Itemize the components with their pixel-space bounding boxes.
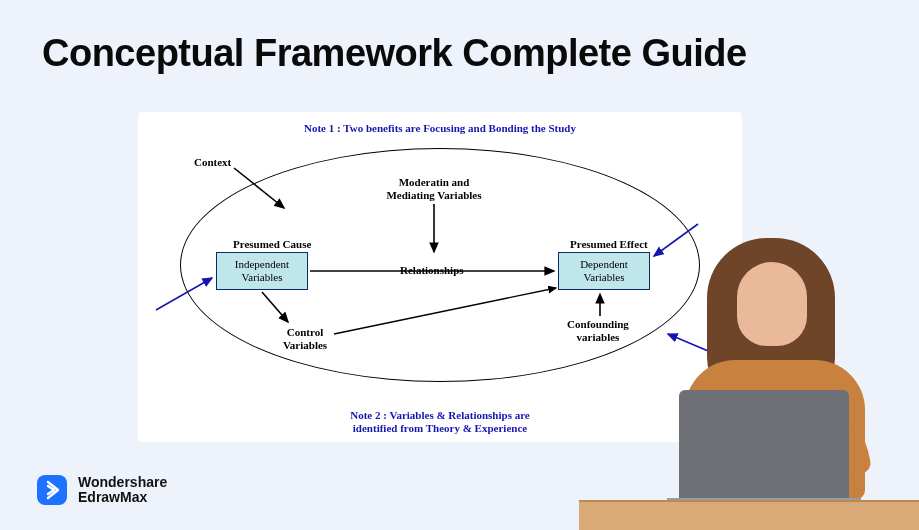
svg-line-0 xyxy=(234,168,284,208)
brand-line1: Wondershare xyxy=(78,475,167,490)
brand-line2: EdrawMax xyxy=(78,490,167,505)
svg-line-3 xyxy=(262,292,288,322)
desk xyxy=(579,500,919,530)
svg-line-6 xyxy=(156,278,212,310)
person-face xyxy=(737,262,807,346)
brand-logo: Wondershare EdrawMax xyxy=(36,474,167,506)
laptop-screen xyxy=(679,390,849,500)
page-title: Conceptual Framework Complete Guide xyxy=(42,32,747,75)
note-2: Note 2 : Variables & Relationships are i… xyxy=(350,409,529,437)
brand-text: Wondershare EdrawMax xyxy=(78,475,167,506)
edrawmax-icon xyxy=(36,474,68,506)
svg-line-4 xyxy=(334,288,556,334)
person-illustration xyxy=(579,220,919,530)
